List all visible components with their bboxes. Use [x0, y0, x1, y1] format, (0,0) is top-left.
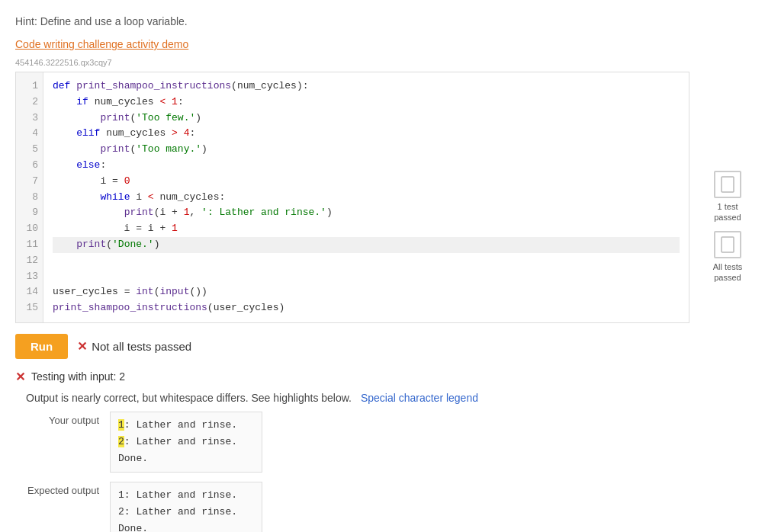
code-line-6: else:: [53, 158, 680, 174]
output-note-text: Output is nearly correct, but whitespace…: [26, 392, 352, 404]
expected-output-row: Expected output 1: Lather and rinse. 2: …: [26, 482, 766, 532]
sidebar-tests: 1 testpassed All testspassed: [697, 171, 758, 283]
your-output-row: Your output 1: Lather and rinse. 2: Lath…: [26, 412, 766, 473]
code-line-5: print('Too many.'): [53, 142, 680, 158]
test-result-x-icon: ✕: [15, 370, 25, 384]
svg-rect-0: [722, 177, 734, 192]
code-line-3: print('Too few.'): [53, 111, 680, 127]
hint-text: Hint: Define and use a loop variable.: [15, 15, 766, 27]
special-legend-link[interactable]: Special character legend: [361, 392, 478, 404]
test-badge-2-label: All testspassed: [713, 261, 743, 284]
run-status-x-icon: ✕: [77, 339, 87, 354]
test-result-header: ✕ Testing with input: 2: [15, 370, 766, 384]
test-input-label: Testing with input: 2: [31, 370, 125, 383]
hint-label: Hint:: [15, 15, 37, 27]
code-editor[interactable]: 12345 678910 1112131415 def print_shampo…: [15, 72, 689, 323]
svg-rect-1: [722, 237, 734, 252]
expected-output-label: Expected output: [26, 482, 110, 496]
challenge-link[interactable]: Code writing challenge activity demo: [15, 38, 766, 50]
test-badge-1-label: 1 testpassed: [714, 201, 741, 223]
test-result-section: ✕ Testing with input: 2 Output is nearly…: [15, 370, 766, 532]
expected-output-line-3: Done.: [118, 521, 254, 532]
run-button[interactable]: Run: [15, 334, 68, 359]
test-icon-2: [714, 231, 741, 258]
hint-content: Define and use a loop variable.: [40, 15, 188, 27]
code-line-4: elif num_cycles > 4:: [53, 126, 680, 142]
code-line-12: [53, 253, 680, 269]
your-output-box: 1: Lather and rinse. 2: Lather and rinse…: [110, 412, 262, 473]
code-line-14: user_cycles = int(input()): [53, 284, 680, 300]
expected-output-line-1: 1: Lather and rinse.: [118, 487, 254, 504]
run-status-text: Not all tests passed: [92, 340, 191, 353]
line-numbers: 12345 678910 1112131415: [16, 72, 43, 322]
test-badge-2: All testspassed: [713, 231, 743, 284]
run-area: Run ✕ Not all tests passed: [15, 334, 766, 359]
test-icon-1: [714, 171, 741, 198]
your-output-line-3: Done.: [118, 450, 254, 467]
output-note: Output is nearly correct, but whitespace…: [26, 392, 766, 404]
code-line-13: [53, 269, 680, 285]
code-line-1: def print_shampoo_instructions(num_cycle…: [53, 79, 680, 95]
your-output-line-2: 2: Lather and rinse.: [118, 434, 254, 450]
code-line-7: i = 0: [53, 174, 680, 190]
your-output-label: Your output: [26, 412, 110, 426]
code-line-15: print_shampoo_instructions(user_cycles): [53, 300, 680, 316]
expected-output-box: 1: Lather and rinse. 2: Lather and rinse…: [110, 482, 262, 532]
code-lines[interactable]: def print_shampoo_instructions(num_cycle…: [43, 72, 689, 322]
test-badge-1: 1 testpassed: [714, 171, 741, 223]
code-line-11: print('Done.'): [53, 237, 680, 253]
code-line-10: i = i + 1: [53, 221, 680, 237]
code-line-2: if num_cycles < 1:: [53, 95, 680, 111]
code-line-8: while i < num_cycles:: [53, 190, 680, 206]
run-status: ✕ Not all tests passed: [77, 339, 191, 354]
code-line-9: print(i + 1, ': Lather and rinse.'): [53, 205, 680, 221]
your-output-line-1: 1: Lather and rinse.: [118, 417, 254, 434]
session-id: 454146.3222516.qx3cqy7: [15, 58, 766, 67]
output-comparison: Your output 1: Lather and rinse. 2: Lath…: [26, 412, 766, 532]
expected-output-line-2: 2: Lather and rinse.: [118, 504, 254, 521]
